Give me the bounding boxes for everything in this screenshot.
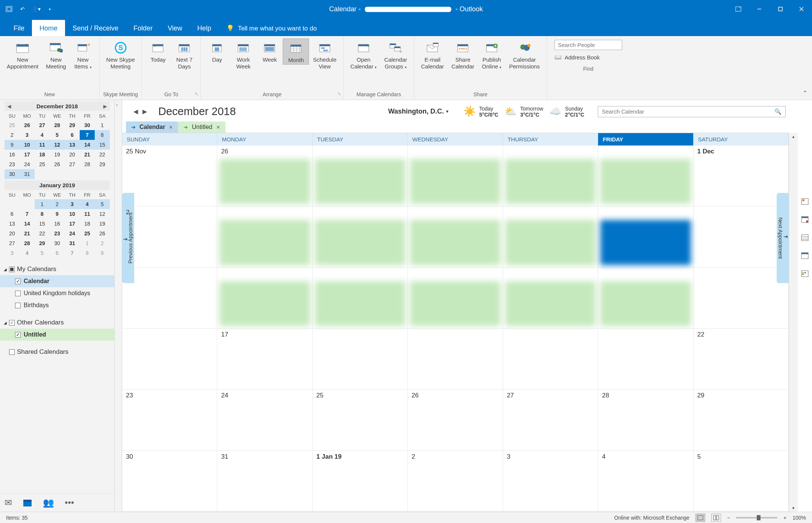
mini-cal-day[interactable]: 14 — [20, 219, 35, 229]
mini-cal-day[interactable]: 10 — [65, 209, 80, 219]
calendar-event[interactable] — [220, 159, 310, 204]
mini-cal-day[interactable]: 1 — [95, 120, 110, 130]
mini-cal-day[interactable]: 28 — [50, 120, 65, 130]
new-appointment-button[interactable]: New Appointment — [3, 38, 42, 71]
mini-cal-day[interactable]: 3 — [65, 199, 80, 209]
mini-cal-day[interactable]: 8 — [80, 248, 95, 258]
zoom-out-button[interactable]: − — [727, 515, 730, 521]
mini-cal-day[interactable]: 7 — [20, 209, 35, 219]
calendar-event[interactable] — [505, 281, 595, 326]
tab-home[interactable]: Home — [32, 20, 65, 36]
mini-cal-day[interactable]: 4 — [35, 130, 50, 140]
mini-cal-day[interactable]: 3 — [5, 248, 20, 258]
calendar-event[interactable] — [410, 220, 500, 265]
mini-cal-day[interactable]: 24 — [20, 159, 35, 169]
calendar-cell[interactable]: 25 — [313, 390, 408, 450]
mini-cal-day[interactable]: 10 — [20, 140, 35, 150]
mini-cal-day[interactable]: 29 — [35, 238, 50, 248]
undo-icon[interactable]: ↶ — [18, 5, 27, 14]
dialog-launcher-icon[interactable]: ⤡ — [338, 91, 341, 96]
calendar-cell[interactable]: 17 — [217, 329, 312, 389]
maximize-button[interactable] — [770, 0, 791, 18]
scroll-up-icon[interactable]: ▲ — [789, 133, 798, 140]
calendar-item-untitled[interactable]: ✓Untitled — [0, 329, 114, 341]
mini-cal-day[interactable]: 6 — [50, 248, 65, 258]
mini-cal-day[interactable]: 2 — [95, 238, 110, 248]
calendar-event[interactable] — [315, 159, 405, 204]
mini-cal-day[interactable]: 29 — [95, 159, 110, 169]
view-icon-4[interactable] — [801, 252, 809, 259]
collapse-ribbon-icon[interactable]: ⌃ — [803, 89, 807, 97]
mini-cal-day[interactable]: 15 — [35, 219, 50, 229]
other-calendars-header[interactable]: ◢✓Other Calendars — [0, 317, 114, 329]
checkbox-unchecked[interactable] — [15, 291, 21, 296]
mini-cal-day[interactable]: 7 — [65, 248, 80, 258]
view-icon-3[interactable] — [801, 234, 809, 241]
tab-folder[interactable]: Folder — [126, 20, 160, 36]
minimize-button[interactable] — [749, 0, 770, 18]
qat-customize-icon[interactable]: ▾ — [45, 5, 54, 14]
mini-cal-day[interactable]: 21 — [80, 150, 95, 159]
calendar-event[interactable] — [220, 281, 310, 326]
mini-cal-day[interactable]: 17 — [65, 219, 80, 229]
new-skype-meeting-button[interactable]: SNew Skype Meeting — [103, 38, 139, 71]
calendar-cell[interactable] — [408, 146, 503, 206]
tab-help[interactable]: Help — [190, 20, 219, 36]
calendar-event[interactable] — [315, 220, 405, 265]
search-icon[interactable]: 🔍 — [774, 108, 782, 115]
calendar-event[interactable] — [315, 281, 405, 326]
calendar-cell[interactable]: 29 — [694, 390, 789, 450]
mini-cal-day[interactable]: 11 — [80, 209, 95, 219]
checkbox-unchecked[interactable] — [9, 349, 15, 355]
calendar-cell[interactable] — [408, 268, 503, 328]
mini-cal-day[interactable]: 19 — [50, 150, 65, 159]
mini-cal-day[interactable]: 13 — [65, 140, 80, 150]
mini-cal-day[interactable]: 7 — [80, 130, 95, 140]
calendar-cell[interactable] — [408, 206, 503, 267]
calendar-event[interactable] — [505, 159, 595, 204]
prev-period-icon[interactable]: ◀ — [133, 108, 138, 115]
mini-cal-day[interactable]: 30 — [50, 238, 65, 248]
tab-send-receive[interactable]: Send / Receive — [65, 20, 126, 36]
calendar-permissions-button[interactable]: Calendar Permissions — [505, 38, 544, 71]
search-people-input[interactable] — [554, 40, 622, 50]
mini-cal-day[interactable]: 8 — [95, 130, 110, 140]
calendar-event[interactable] — [220, 220, 310, 265]
mini-cal-day[interactable]: 28 — [20, 238, 35, 248]
close-tab-icon[interactable]: ✕ — [169, 124, 173, 130]
checkbox-mixed[interactable] — [9, 267, 15, 272]
calendar-cell[interactable] — [313, 206, 408, 267]
mini-cal-day[interactable]: 5 — [35, 248, 50, 258]
mini-cal-day[interactable]: 20 — [65, 150, 80, 159]
mini-cal-day[interactable]: 12 — [50, 140, 65, 150]
view-icon-1[interactable] — [801, 198, 809, 205]
calendar-cell[interactable] — [313, 268, 408, 328]
calendar-event[interactable] — [600, 159, 691, 204]
mini-cal-day[interactable]: 31 — [20, 169, 35, 179]
calendar-item-birthdays[interactable]: Birthdays — [0, 299, 114, 311]
tab-file[interactable]: File — [6, 20, 32, 36]
outlook-icon[interactable] — [5, 5, 14, 14]
mini-cal-day[interactable]: 1 — [80, 238, 95, 248]
calendar-cell[interactable] — [694, 268, 789, 328]
calendar-cell[interactable] — [598, 206, 693, 267]
calendar-event[interactable] — [410, 159, 500, 204]
calendar-cell[interactable] — [217, 268, 312, 328]
month-button[interactable]: Month — [283, 38, 309, 65]
zoom-in-button[interactable]: + — [783, 515, 786, 521]
calendar-cell[interactable] — [503, 206, 598, 267]
day-button[interactable]: Day — [204, 38, 230, 64]
calendar-nav-icon[interactable] — [23, 498, 32, 507]
calendar-event[interactable] — [600, 281, 691, 326]
checkbox-unchecked[interactable] — [15, 303, 21, 308]
prev-month-icon[interactable]: ◀ — [5, 104, 13, 109]
mini-cal-day[interactable]: 4 — [80, 199, 95, 209]
mini-cal-day[interactable]: 27 — [65, 159, 80, 169]
profile-icon[interactable]: 👤▾ — [32, 5, 41, 14]
mini-cal-day[interactable]: 31 — [65, 238, 80, 248]
dialog-launcher-icon[interactable]: ⤡ — [195, 91, 198, 96]
calendar-cell[interactable] — [598, 329, 693, 389]
share-calendar-button[interactable]: Share Calendar — [448, 38, 478, 71]
mini-cal-day[interactable] — [50, 169, 65, 179]
next-appointment-tab[interactable]: ⇥Next Appointment — [777, 193, 789, 283]
